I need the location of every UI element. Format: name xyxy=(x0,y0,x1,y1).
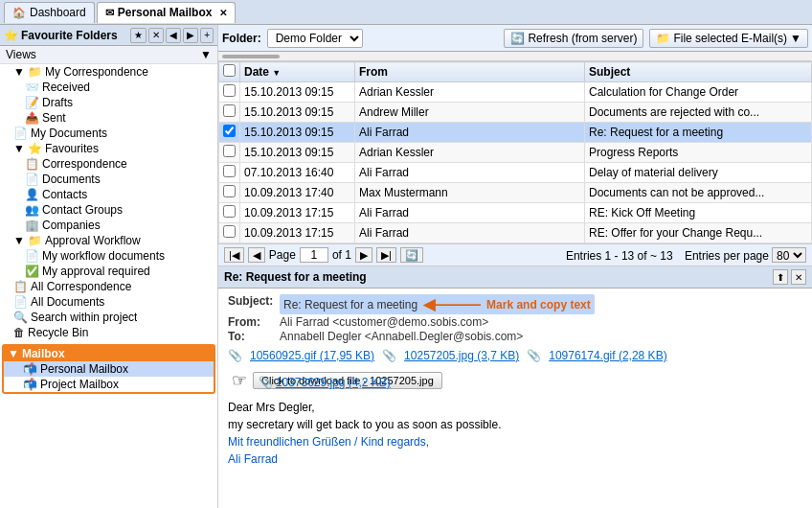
date-header[interactable]: Date ▼ xyxy=(240,62,355,82)
sidebar-item-favourites[interactable]: ▼ ⭐ Favourites xyxy=(0,141,217,156)
sidebar-add-btn[interactable]: + xyxy=(200,28,214,43)
next-page-btn[interactable]: ▶ xyxy=(355,247,372,263)
refresh-button[interactable]: 🔄 Refresh (from server) xyxy=(504,29,643,48)
refresh-page-btn[interactable]: 🔄 xyxy=(400,247,423,263)
preview-close-btn[interactable]: ✕ xyxy=(791,269,806,285)
select-all-checkbox[interactable] xyxy=(223,64,236,77)
row-date: 07.10.2013 16:40 xyxy=(240,163,355,183)
sidebar-item-my-approval-required[interactable]: ✅ My approval required xyxy=(0,264,217,279)
email-body: Dear Mrs Degler, my secretary will get b… xyxy=(228,399,802,468)
row-date: 10.09.2013 17:15 xyxy=(240,223,355,243)
sidebar-item-project-mailbox[interactable]: 📬 Project Mailbox xyxy=(4,377,214,392)
sidebar-item-my-correspondence[interactable]: ▼ 📁 My Correspondence xyxy=(0,64,217,80)
row-checkbox[interactable] xyxy=(223,225,236,238)
attachment-icon-1: 📎 xyxy=(228,349,242,362)
table-row[interactable]: 15.10.2013 09:15 Ali Farrad Re: Request … xyxy=(219,123,812,143)
row-checkbox[interactable] xyxy=(223,185,236,197)
row-from: Adrian Kessler xyxy=(355,143,585,163)
attachment-1[interactable]: 10560925.gif (17,95 KB) xyxy=(250,349,374,362)
sidebar-item-label: Drafts xyxy=(42,96,73,109)
row-checkbox-cell[interactable] xyxy=(219,82,240,103)
row-checkbox[interactable] xyxy=(223,125,236,137)
sidebar-star-btn[interactable]: ★ xyxy=(130,28,147,43)
sidebar-item-companies[interactable]: 🏢 Companies xyxy=(0,218,217,233)
sidebar-item-label: Received xyxy=(42,81,90,94)
attachment-2[interactable]: 10257205.jpg (3,7 KB) xyxy=(404,349,519,362)
sidebar-item-label: My Documents xyxy=(31,127,107,140)
subject-header[interactable]: Subject xyxy=(585,62,812,82)
row-subject: Documents are rejected with co... xyxy=(585,103,812,123)
companies-icon: 🏢 xyxy=(25,219,39,232)
row-checkbox[interactable] xyxy=(223,145,236,157)
expand-icon: ▼ xyxy=(13,234,25,247)
row-checkbox-cell[interactable] xyxy=(219,203,240,223)
row-subject: Progress Reports xyxy=(585,143,812,163)
mailbox-header-label: Mailbox xyxy=(22,347,65,360)
attachment-4[interactable]: 10373629.jpg (4,2 KB) xyxy=(276,376,391,389)
sidebar-item-all-documents[interactable]: 📄 All Documents xyxy=(0,294,217,310)
sidebar-item-my-documents[interactable]: 📄 My Documents xyxy=(0,126,217,141)
preview-resize-btn[interactable]: ⬆ xyxy=(773,269,788,285)
sidebar-item-sent[interactable]: 📤 Sent xyxy=(0,110,217,126)
row-checkbox-cell[interactable] xyxy=(219,103,240,123)
page-input[interactable] xyxy=(300,247,328,263)
last-page-btn[interactable]: ▶| xyxy=(376,247,396,263)
prev-page-btn[interactable]: ◀ xyxy=(248,247,265,263)
sidebar-item-all-correspondence[interactable]: 📋 All Correspondence xyxy=(0,279,217,294)
row-checkbox[interactable] xyxy=(223,104,236,117)
table-row[interactable]: 10.09.2013 17:40 Max Mustermann Document… xyxy=(219,183,812,203)
sidebar-item-label: Personal Mailbox xyxy=(40,362,128,376)
sidebar-item-search-within-project[interactable]: 🔍 Search within project xyxy=(0,310,217,325)
row-checkbox-cell[interactable] xyxy=(219,163,240,183)
tab-personal-mailbox-label: Personal Mailbox xyxy=(118,6,213,19)
row-checkbox-cell[interactable] xyxy=(219,143,240,163)
per-page-select[interactable]: 80 xyxy=(772,247,806,263)
select-all-header[interactable] xyxy=(219,62,240,82)
first-page-btn[interactable]: |◀ xyxy=(224,247,244,263)
sidebar-close-btn[interactable]: ✕ xyxy=(148,28,164,43)
row-checkbox-cell[interactable] xyxy=(219,223,240,243)
attachment-3[interactable]: 10976174.gif (2,28 KB) xyxy=(549,349,666,362)
tab-close-icon[interactable]: ✕ xyxy=(219,8,227,18)
sidebar-item-contact-groups[interactable]: 👥 Contact Groups xyxy=(0,202,217,218)
scroll-thumb xyxy=(222,55,280,58)
views-toggle-icon[interactable]: ▼ xyxy=(200,48,212,61)
row-checkbox[interactable] xyxy=(223,165,236,177)
row-checkbox-cell[interactable] xyxy=(219,183,240,203)
from-header[interactable]: From xyxy=(355,62,585,82)
sidebar-item-correspondence[interactable]: 📋 Correspondence xyxy=(0,156,217,172)
to-value: Annabell Degler <Annabell.Degler@sobis.c… xyxy=(280,330,523,343)
row-checkbox[interactable] xyxy=(223,205,236,218)
row-checkbox[interactable] xyxy=(223,84,236,97)
sidebar-item-approval-workflow[interactable]: ▼ 📁 Approval Workflow xyxy=(0,233,217,248)
horizontal-scrollbar[interactable] xyxy=(218,52,812,61)
sidebar-item-personal-mailbox[interactable]: 📬 Personal Mailbox xyxy=(4,361,214,377)
table-row[interactable]: 07.10.2013 16:40 Ali Farrad Delay of mat… xyxy=(219,163,812,183)
table-row[interactable]: 15.10.2013 09:15 Adrian Kessler Calculat… xyxy=(219,82,812,103)
page-label: Page xyxy=(269,248,296,262)
sidebar-item-drafts[interactable]: 📝 Drafts xyxy=(0,95,217,110)
sidebar-item-recycle-bin[interactable]: 🗑 Recycle Bin xyxy=(0,325,217,340)
sidebar-next-btn[interactable]: ▶ xyxy=(183,28,198,43)
sent-icon: 📤 xyxy=(25,111,39,125)
content-toolbar: Folder: Demo Folder 🔄 Refresh (from serv… xyxy=(218,25,812,52)
sidebar-item-contacts[interactable]: 👤 Contacts xyxy=(0,187,217,202)
sidebar-prev-btn[interactable]: ◀ xyxy=(166,28,181,43)
table-row[interactable]: 15.10.2013 09:15 Andrew Miller Documents… xyxy=(219,103,812,123)
tab-personal-mailbox[interactable]: ✉ Personal Mailbox ✕ xyxy=(97,2,237,23)
row-from: Ali Farrad xyxy=(355,123,585,143)
preview-meta: Subject: Re: Request for a meeting ◀——— … xyxy=(228,294,802,343)
preview-actions: ⬆ ✕ xyxy=(773,269,806,285)
table-row[interactable]: 15.10.2013 09:15 Adrian Kessler Progress… xyxy=(219,143,812,163)
sidebar-item-received[interactable]: 📨 Received xyxy=(0,80,217,95)
folder-select[interactable]: Demo Folder xyxy=(267,29,363,48)
sidebar-item-my-workflow-documents[interactable]: 📄 My workflow documents xyxy=(0,248,217,264)
contacts-icon: 👤 xyxy=(25,188,39,201)
contact-groups-icon: 👥 xyxy=(25,203,39,217)
tab-dashboard[interactable]: 🏠 Dashboard xyxy=(4,2,95,23)
file-email-button[interactable]: 📁 File selected E-Mail(s) ▼ xyxy=(649,29,808,48)
table-row[interactable]: 10.09.2013 17:15 Ali Farrad RE: Offer fo… xyxy=(219,223,812,243)
table-row[interactable]: 10.09.2013 17:15 Ali Farrad RE: Kick Off… xyxy=(219,203,812,223)
sidebar-item-documents[interactable]: 📄 Documents xyxy=(0,172,217,187)
row-checkbox-cell[interactable] xyxy=(219,123,240,143)
